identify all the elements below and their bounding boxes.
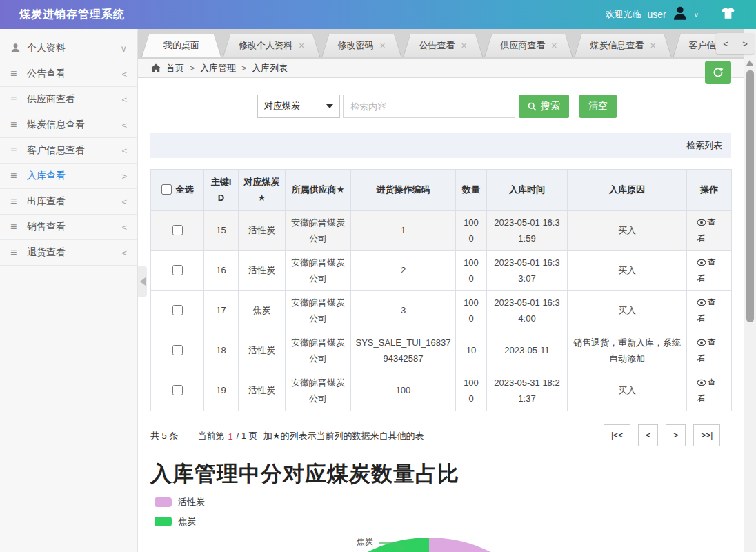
chart-title: 入库管理中分对应煤炭数量占比 <box>150 460 459 489</box>
row-checkbox[interactable] <box>172 225 183 235</box>
view-link[interactable]: 查看 <box>697 335 722 367</box>
sidebar-item-出库查看[interactable]: ≡出库查看< <box>0 189 137 215</box>
tab-公告查看[interactable]: 公告查看× <box>403 34 483 57</box>
chevron-left-icon: < <box>121 120 127 130</box>
column-header: 进货操作编码 <box>351 170 456 211</box>
row-select-cell <box>151 331 204 371</box>
first-page-button[interactable]: |<< <box>604 424 630 446</box>
tab-label: 煤炭信息查看 <box>590 39 644 52</box>
sidebar-menu: 个人资料∨≡公告查看<≡供应商查看<≡煤炭信息查看<≡客户信息查看<≡入库查看>… <box>0 29 138 552</box>
table-row: 18活性炭安徽皖晋煤炭公司SYS_SALE_TUI_16837943425871… <box>151 331 732 371</box>
select-all-checkbox[interactable] <box>161 184 172 195</box>
pie-chart <box>291 538 567 552</box>
menu-lines-icon: ≡ <box>10 119 27 130</box>
breadcrumb-level2[interactable]: 入库列表 <box>252 62 288 75</box>
breadcrumb-level1[interactable]: 入库管理 <box>200 62 236 75</box>
tab-煤炭信息查看[interactable]: 煤炭信息查看× <box>574 34 671 57</box>
prev-page-button[interactable]: < <box>638 424 658 446</box>
row-checkbox[interactable] <box>172 345 183 355</box>
row-checkbox[interactable] <box>172 385 183 395</box>
tab-修改密码[interactable]: 修改密码× <box>321 34 401 57</box>
close-icon[interactable]: × <box>380 41 386 50</box>
sidebar-item-公告查看[interactable]: ≡公告查看< <box>0 61 137 87</box>
column-header: 主键ID <box>204 170 239 211</box>
scrollbar-thumb[interactable] <box>746 70 754 322</box>
legend-label: 活性炭 <box>178 496 205 509</box>
close-icon[interactable]: × <box>299 41 304 50</box>
last-page-button[interactable]: >>| <box>693 424 720 446</box>
sidebar-item-label: 出库查看 <box>27 195 121 208</box>
search-button[interactable]: 搜索 <box>519 95 569 118</box>
chevron-right-icon: > <box>121 171 127 181</box>
row-coal: 焦炭 <box>239 291 286 331</box>
sidebar-item-供应商查看[interactable]: ≡供应商查看< <box>0 87 137 112</box>
row-checkbox[interactable] <box>172 265 183 275</box>
tab-修改个人资料[interactable]: 修改个人资料× <box>223 34 320 57</box>
sidebar-item-销售查看[interactable]: ≡销售查看< <box>0 215 137 240</box>
row-actions: 查看 <box>687 251 732 291</box>
row-qty: 1000 <box>456 251 487 291</box>
breadcrumb: 首页 > 入库管理 > 入库列表 <box>138 59 744 78</box>
breadcrumb-home[interactable]: 首页 <box>166 62 184 75</box>
next-page-button[interactable]: > <box>666 424 686 446</box>
column-header: 操作 <box>687 170 732 211</box>
row-supplier: 安徽皖晋煤炭公司 <box>286 331 351 371</box>
theme-shirt-icon[interactable] <box>721 8 735 22</box>
tab-scroll-right-icon[interactable]: > <box>742 39 748 49</box>
sidebar-item-入库查看[interactable]: ≡入库查看> <box>0 164 137 189</box>
pie-slice-callout: 焦炭 <box>357 536 373 548</box>
row-reason: 销售退货，重新入库，系统自动添加 <box>568 331 687 371</box>
header-user-area: 欢迎光临 user ∨ <box>605 6 735 23</box>
username[interactable]: user <box>647 9 666 20</box>
legend-label: 焦炭 <box>178 515 196 528</box>
close-icon[interactable]: × <box>551 41 557 50</box>
row-reason: 买入 <box>568 211 687 251</box>
tab-bar: 我的桌面修改个人资料×修改密码×公告查看×供应商查看×煤炭信息查看×客户信息查看… <box>138 29 744 59</box>
chevron-left-icon <box>140 277 146 286</box>
sidebar-item-个人资料[interactable]: 个人资料∨ <box>0 36 137 61</box>
view-link[interactable]: 查看 <box>697 295 722 327</box>
sidebar-collapse-handle[interactable] <box>138 266 147 297</box>
sidebar-item-退货查看[interactable]: ≡退货查看< <box>0 240 137 266</box>
sidebar-item-煤炭信息查看[interactable]: ≡煤炭信息查看< <box>0 112 137 138</box>
table-row: 16活性炭安徽皖晋煤炭公司210002023-05-01 16:33:07买入查… <box>151 251 732 291</box>
sidebar-item-客户信息查看[interactable]: ≡客户信息查看< <box>0 138 137 164</box>
view-link[interactable]: 查看 <box>697 255 722 287</box>
user-avatar-icon[interactable] <box>673 6 688 23</box>
breadcrumb-separator: > <box>190 63 195 73</box>
tab-我的桌面[interactable]: 我的桌面 <box>141 34 221 57</box>
row-actions: 查看 <box>687 291 732 331</box>
menu-lines-icon: ≡ <box>10 68 27 79</box>
chevron-left-icon: < <box>121 197 127 207</box>
clear-button[interactable]: 清空 <box>579 95 617 118</box>
view-link[interactable]: 查看 <box>697 375 722 407</box>
coal-type-select[interactable]: 对应煤炭 <box>257 95 340 118</box>
row-actions: 查看 <box>687 211 732 251</box>
scroll-up-arrow-icon[interactable] <box>746 60 753 66</box>
chevron-down-icon[interactable]: ∨ <box>694 11 699 19</box>
sidebar-item-label: 供应商查看 <box>27 93 121 106</box>
menu-lines-icon: ≡ <box>10 145 27 156</box>
sidebar-item-label: 煤炭信息查看 <box>27 119 121 131</box>
row-coal: 活性炭 <box>239 371 286 411</box>
view-link[interactable]: 查看 <box>697 215 722 247</box>
tab-供应商查看[interactable]: 供应商查看× <box>484 34 573 57</box>
row-actions: 查看 <box>687 371 732 411</box>
close-icon[interactable]: × <box>650 41 655 50</box>
row-code: 1 <box>351 211 456 251</box>
row-id: 16 <box>204 251 239 291</box>
refresh-button[interactable] <box>705 61 731 84</box>
row-code: 100 <box>351 371 456 411</box>
app-header: 煤炭进销存管理系统 欢迎光临 user ∨ <box>0 0 756 29</box>
sidebar-item-label: 入库查看 <box>27 170 121 182</box>
tab-scroll-left-icon[interactable]: < <box>723 39 728 49</box>
row-checkbox[interactable] <box>172 305 183 315</box>
close-icon[interactable]: × <box>461 41 467 50</box>
clear-button-label: 清空 <box>588 100 608 112</box>
tab-scroll-nav: < > <box>716 33 755 54</box>
vertical-scrollbar[interactable] <box>744 29 756 552</box>
legend-item-活性炭[interactable]: 活性炭 <box>155 496 205 509</box>
legend-item-焦炭[interactable]: 焦炭 <box>155 515 205 528</box>
column-header-select-all: 全选 <box>151 170 204 211</box>
search-input[interactable] <box>343 95 515 118</box>
